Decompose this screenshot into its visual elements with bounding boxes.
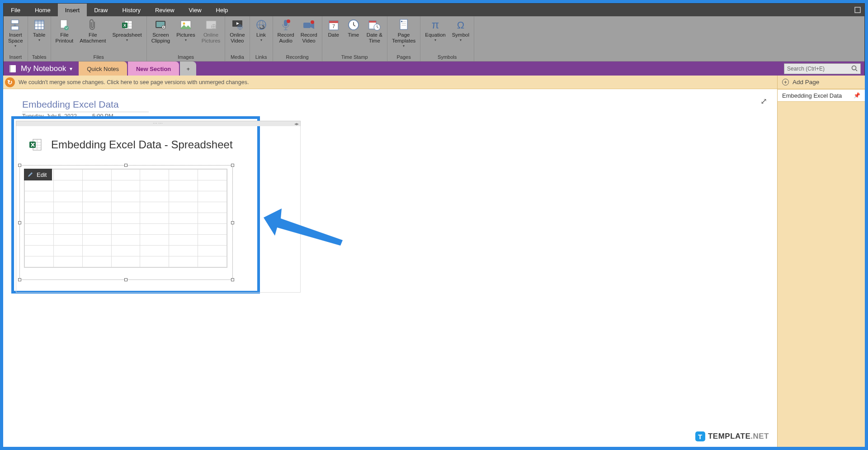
equation-button[interactable]: π Equation ▾ [422, 17, 448, 42]
menu-help[interactable]: Help [209, 4, 236, 16]
table-button[interactable]: Table ▾ [30, 17, 49, 42]
search-input[interactable]: Search (Ctrl+E) [784, 63, 861, 74]
menu-insert[interactable]: Insert [58, 4, 87, 16]
menu-file[interactable]: File [4, 4, 28, 16]
svg-rect-48 [9, 65, 11, 72]
record-audio-label: Record Audio [278, 32, 294, 44]
page-list-item[interactable]: Embedding Excel Data 📌 [778, 89, 865, 102]
spreadsheet-label: Spreadsheet [112, 32, 142, 38]
warning-text: We couldn't merge some changes. Click he… [19, 79, 249, 85]
svg-rect-2 [11, 26, 19, 30]
insert-space-label: Insert Space [8, 32, 23, 44]
resize-handle-mr[interactable] [231, 221, 234, 224]
insert-space-button[interactable]: Insert Space ▾ [5, 17, 26, 48]
container-drag-handle[interactable]: ⋯⋯ [16, 121, 301, 126]
resize-handle-tl[interactable] [18, 164, 21, 167]
page-templates-icon [397, 19, 410, 31]
file-printout-button[interactable]: File Printout [53, 17, 76, 44]
paperclip-icon [86, 19, 99, 31]
file-attachment-label: File Attachment [80, 32, 106, 44]
online-video-icon [231, 19, 244, 31]
svg-rect-0 [855, 7, 860, 13]
group-tables-label: Tables [30, 53, 49, 61]
link-label: Link [256, 32, 266, 38]
pictures-icon [179, 19, 192, 31]
merge-warning-bar[interactable]: ↻ We couldn't merge some changes. Click … [3, 76, 777, 89]
menu-home[interactable]: Home [28, 4, 58, 16]
pin-icon[interactable]: 📌 [854, 92, 860, 99]
notebook-selector[interactable]: My Notebook ▾ [4, 62, 79, 76]
svg-point-10 [64, 26, 69, 30]
resize-handle-tr[interactable] [231, 164, 234, 167]
microphone-icon [279, 19, 292, 31]
resize-handle-ml[interactable] [18, 221, 21, 224]
menu-draw[interactable]: Draw [87, 4, 115, 16]
record-video-button[interactable]: Record Video [298, 17, 320, 44]
edit-button[interactable]: Edit [24, 169, 52, 180]
watermark-logo-icon: T [695, 431, 705, 441]
resize-handle-bl[interactable] [18, 278, 21, 281]
menu-review[interactable]: Review [148, 4, 182, 16]
file-attachment-button[interactable]: File Attachment [77, 17, 108, 44]
notebook-bar: My Notebook ▾ Quick Notes New Section + … [4, 62, 864, 76]
group-links-label: Links [252, 53, 271, 61]
time-button[interactable]: Time [344, 17, 363, 38]
svg-point-30 [287, 19, 290, 23]
link-button[interactable]: Link ▾ [252, 17, 271, 42]
container-resize-handle[interactable]: ◂▸ [294, 121, 299, 126]
insert-space-icon [9, 19, 22, 31]
svg-rect-22 [206, 21, 216, 29]
screen-clipping-label: Screen Clipping [151, 32, 170, 44]
menu-history[interactable]: History [115, 4, 148, 16]
date-time-button[interactable]: Date & Time [364, 17, 385, 44]
group-recording-label: Recording [275, 53, 320, 61]
camcorder-icon [302, 19, 315, 31]
tab-new-section[interactable]: New Section [128, 62, 179, 76]
add-page-button[interactable]: + Add Page [778, 76, 865, 89]
equation-label: Equation [425, 32, 445, 38]
clock-icon [347, 19, 360, 31]
resize-handle-bm[interactable] [124, 278, 127, 281]
page-templates-button[interactable]: Page Templates ▾ [389, 17, 418, 48]
menu-view[interactable]: View [182, 4, 209, 16]
file-printout-label: File Printout [56, 32, 74, 44]
online-pictures-button: Online Pictures [199, 17, 223, 44]
table-label: Table [33, 32, 46, 38]
symbol-label: Symbol [452, 32, 469, 38]
online-pictures-label: Online Pictures [202, 32, 221, 44]
table-icon [33, 19, 46, 31]
pencil-icon [28, 172, 33, 177]
date-button[interactable]: 7 Date [324, 17, 343, 38]
page-title[interactable]: Embedding Excel Data [22, 99, 149, 110]
tab-add-section[interactable]: + [180, 62, 196, 76]
window-button[interactable] [851, 4, 864, 16]
page-list: + Add Page Embedding Excel Data 📌 [777, 76, 865, 447]
online-pictures-icon [205, 19, 217, 31]
spreadsheet-button[interactable]: X Spreadsheet ▾ [109, 17, 144, 42]
svg-rect-1 [11, 20, 19, 24]
resize-handle-br[interactable] [231, 278, 234, 281]
tab-quick-notes[interactable]: Quick Notes [79, 62, 127, 76]
svg-text:7: 7 [332, 24, 335, 29]
date-time-label: Date & Time [367, 32, 382, 44]
group-images-label: Images [149, 53, 223, 61]
online-video-button[interactable]: Online Video [227, 17, 247, 44]
pictures-button[interactable]: Pictures ▾ [174, 17, 198, 42]
pictures-label: Pictures [176, 32, 195, 38]
notebook-icon [8, 64, 17, 73]
resize-handle-tm[interactable] [124, 164, 127, 167]
screen-clipping-button[interactable]: Screen Clipping [149, 17, 173, 44]
page-templates-label: Page Templates [392, 32, 415, 44]
embedded-spreadsheet[interactable] [24, 169, 227, 268]
svg-rect-8 [35, 20, 44, 23]
expand-icon[interactable]: ⤢ [760, 96, 767, 106]
warning-icon: ↻ [5, 77, 15, 87]
record-audio-button[interactable]: Record Audio [275, 17, 297, 44]
svg-rect-38 [369, 21, 376, 23]
symbol-button[interactable]: Ω Symbol ▾ [449, 17, 472, 42]
chevron-down-icon: ▾ [70, 66, 72, 72]
calendar-icon: 7 [327, 19, 340, 31]
spreadsheet-icon: X [121, 19, 133, 31]
svg-rect-31 [303, 23, 311, 28]
page-surface[interactable]: ⤢ Embedding Excel Data Tuesday, July 5, … [3, 89, 777, 447]
